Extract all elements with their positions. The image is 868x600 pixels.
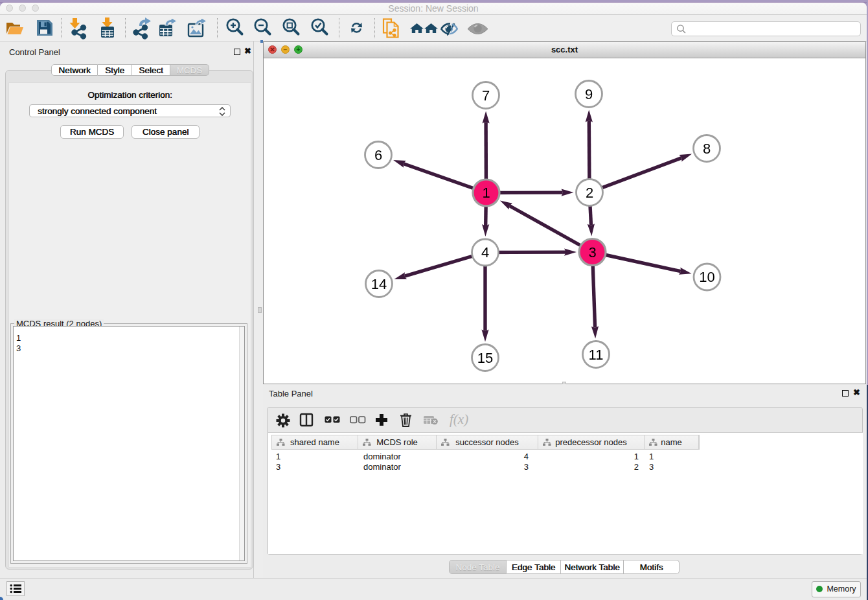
svg-text:4: 4: [481, 244, 489, 260]
svg-text:6: 6: [374, 147, 382, 163]
svg-text:7: 7: [482, 87, 490, 104]
svg-text:15: 15: [477, 350, 493, 366]
svg-text:3: 3: [588, 244, 596, 260]
svg-text:11: 11: [589, 347, 604, 363]
svg-text:8: 8: [703, 141, 711, 157]
svg-text:2: 2: [586, 185, 593, 201]
svg-text:10: 10: [699, 269, 714, 285]
svg-text:9: 9: [585, 86, 593, 102]
svg-text:1: 1: [482, 185, 490, 201]
svg-text:14: 14: [371, 276, 387, 292]
